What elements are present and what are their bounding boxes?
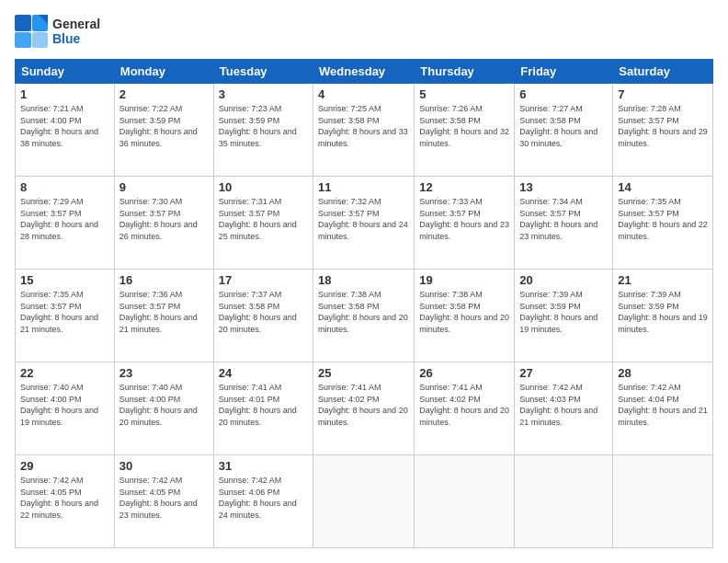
empty-cell: [515, 455, 613, 548]
weekday-tuesday: Tuesday: [213, 60, 313, 84]
day-5: 5Sunrise: 7:26 AMSunset: 3:58 PMDaylight…: [415, 84, 515, 177]
svg-rect-2: [15, 32, 31, 48]
day-2: 2Sunrise: 7:22 AMSunset: 3:59 PMDaylight…: [114, 84, 213, 177]
day-27: 27Sunrise: 7:42 AMSunset: 4:03 PMDayligh…: [515, 362, 613, 455]
day-31: 31Sunrise: 7:42 AMSunset: 4:06 PMDayligh…: [213, 455, 313, 548]
day-14: 14Sunrise: 7:35 AMSunset: 3:57 PMDayligh…: [613, 177, 713, 270]
day-21: 21Sunrise: 7:39 AMSunset: 3:59 PMDayligh…: [613, 270, 713, 362]
day-7: 7Sunrise: 7:28 AMSunset: 3:57 PMDaylight…: [613, 84, 713, 177]
weekday-sunday: Sunday: [16, 60, 115, 84]
day-25: 25Sunrise: 7:41 AMSunset: 4:02 PMDayligh…: [313, 362, 415, 455]
header: General Blue: [15, 15, 713, 48]
logo-blue-text: Blue: [52, 31, 100, 46]
week-row-1: 1Sunrise: 7:21 AMSunset: 4:00 PMDaylight…: [16, 84, 713, 177]
empty-cell: [415, 455, 515, 548]
day-26: 26Sunrise: 7:41 AMSunset: 4:02 PMDayligh…: [415, 362, 515, 455]
day-10: 10Sunrise: 7:31 AMSunset: 3:57 PMDayligh…: [213, 177, 313, 270]
day-24: 24Sunrise: 7:41 AMSunset: 4:01 PMDayligh…: [213, 362, 313, 455]
svg-rect-0: [15, 15, 31, 31]
week-row-4: 22Sunrise: 7:40 AMSunset: 4:00 PMDayligh…: [16, 362, 713, 455]
week-row-3: 15Sunrise: 7:35 AMSunset: 3:57 PMDayligh…: [16, 270, 713, 362]
day-9: 9Sunrise: 7:30 AMSunset: 3:57 PMDaylight…: [114, 177, 213, 270]
day-12: 12Sunrise: 7:33 AMSunset: 3:57 PMDayligh…: [415, 177, 515, 270]
weekday-wednesday: Wednesday: [313, 60, 415, 84]
day-22: 22Sunrise: 7:40 AMSunset: 4:00 PMDayligh…: [16, 362, 115, 455]
logo: General Blue: [15, 15, 100, 48]
calendar-table: SundayMondayTuesdayWednesdayThursdayFrid…: [15, 59, 713, 548]
day-23: 23Sunrise: 7:40 AMSunset: 4:00 PMDayligh…: [114, 362, 213, 455]
weekday-friday: Friday: [515, 60, 613, 84]
day-29: 29Sunrise: 7:42 AMSunset: 4:05 PMDayligh…: [16, 455, 115, 548]
day-13: 13Sunrise: 7:34 AMSunset: 3:57 PMDayligh…: [515, 177, 613, 270]
day-11: 11Sunrise: 7:32 AMSunset: 3:57 PMDayligh…: [313, 177, 415, 270]
svg-rect-3: [32, 32, 48, 48]
week-row-2: 8Sunrise: 7:29 AMSunset: 3:57 PMDaylight…: [16, 177, 713, 270]
day-20: 20Sunrise: 7:39 AMSunset: 3:59 PMDayligh…: [515, 270, 613, 362]
day-16: 16Sunrise: 7:36 AMSunset: 3:57 PMDayligh…: [114, 270, 213, 362]
day-30: 30Sunrise: 7:42 AMSunset: 4:05 PMDayligh…: [114, 455, 213, 548]
day-6: 6Sunrise: 7:27 AMSunset: 3:58 PMDaylight…: [515, 84, 613, 177]
weekday-header-row: SundayMondayTuesdayWednesdayThursdayFrid…: [16, 60, 713, 84]
weekday-thursday: Thursday: [415, 60, 515, 84]
day-17: 17Sunrise: 7:37 AMSunset: 3:58 PMDayligh…: [213, 270, 313, 362]
day-3: 3Sunrise: 7:23 AMSunset: 3:59 PMDaylight…: [213, 84, 313, 177]
logo-graphic-icon: [15, 15, 48, 48]
day-8: 8Sunrise: 7:29 AMSunset: 3:57 PMDaylight…: [16, 177, 115, 270]
day-18: 18Sunrise: 7:38 AMSunset: 3:58 PMDayligh…: [313, 270, 415, 362]
week-row-5: 29Sunrise: 7:42 AMSunset: 4:05 PMDayligh…: [16, 455, 713, 548]
day-28: 28Sunrise: 7:42 AMSunset: 4:04 PMDayligh…: [613, 362, 713, 455]
calendar-page: General Blue SundayMondayTuesdayWednesda…: [0, 0, 728, 563]
day-1: 1Sunrise: 7:21 AMSunset: 4:00 PMDaylight…: [16, 84, 115, 177]
weekday-monday: Monday: [114, 60, 213, 84]
weekday-saturday: Saturday: [613, 60, 713, 84]
day-19: 19Sunrise: 7:38 AMSunset: 3:58 PMDayligh…: [415, 270, 515, 362]
day-4: 4Sunrise: 7:25 AMSunset: 3:58 PMDaylight…: [313, 84, 415, 177]
empty-cell: [313, 455, 415, 548]
logo-general-text: General: [52, 17, 100, 31]
day-15: 15Sunrise: 7:35 AMSunset: 3:57 PMDayligh…: [16, 270, 115, 362]
empty-cell: [613, 455, 713, 548]
